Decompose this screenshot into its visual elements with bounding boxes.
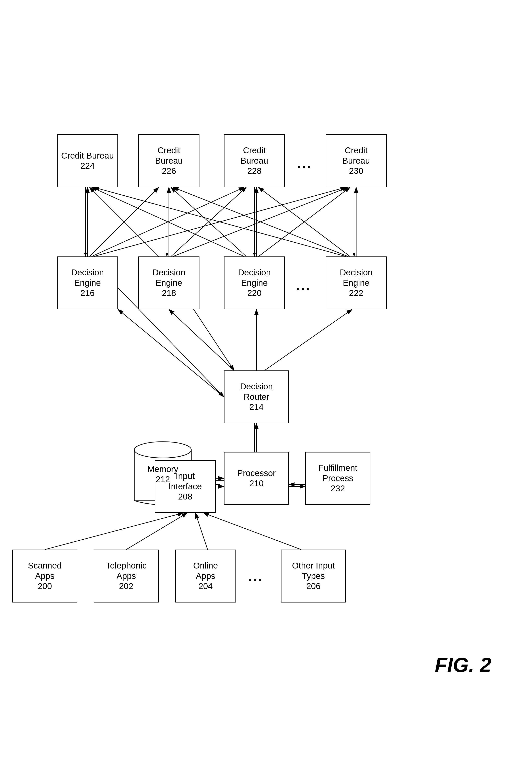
dots-inputs: ... — [248, 570, 263, 584]
decision-engine-216-label: DecisionEngine216 — [71, 267, 104, 298]
svg-line-16 — [169, 309, 234, 370]
svg-line-25 — [89, 187, 159, 257]
decision-engine-218-label: DecisionEngine218 — [152, 267, 185, 298]
online-apps-204-label: OnlineApps204 — [193, 561, 218, 591]
svg-line-4 — [126, 513, 187, 550]
svg-line-27 — [171, 187, 246, 257]
other-input-206-label: Other InputTypes206 — [292, 561, 335, 591]
diagram: Credit Bureau 224 CreditBureau226 Credit… — [0, 0, 532, 758]
decision-engine-218-box: DecisionEngine218 — [138, 257, 199, 309]
fulfillment-232-label: FulfillmentProcess232 — [318, 463, 357, 494]
decision-engine-222-label: DecisionEngine222 — [340, 267, 373, 298]
svg-line-30 — [171, 187, 246, 257]
svg-line-5 — [195, 513, 208, 550]
processor-210-box: Processor210 — [224, 452, 289, 505]
decision-engine-220-label: DecisionEngine220 — [238, 267, 271, 298]
svg-point-42 — [134, 442, 191, 458]
svg-line-28 — [173, 187, 348, 257]
decision-router-214-label: DecisionRouter214 — [240, 381, 273, 412]
credit-bureau-226-box: CreditBureau226 — [138, 134, 199, 187]
credit-bureau-226-label: CreditBureau226 — [155, 145, 183, 176]
online-apps-204-box: OnlineApps204 — [175, 550, 236, 603]
svg-line-32 — [258, 187, 350, 257]
credit-bureau-224-box: Credit Bureau 224 — [57, 134, 118, 187]
svg-line-29 — [92, 187, 244, 257]
decision-router-214-box: DecisionRouter214 — [224, 370, 289, 423]
credit-bureau-224-label: Credit Bureau 224 — [60, 151, 116, 171]
svg-line-35 — [258, 187, 350, 257]
svg-line-24 — [94, 187, 346, 257]
memory-212-label: Memory212 — [147, 464, 178, 484]
credit-bureau-228-box: CreditBureau228 — [224, 134, 285, 187]
telephonic-apps-202-label: TelephonicApps202 — [106, 561, 147, 591]
processor-210-label: Processor210 — [237, 468, 276, 489]
svg-line-23 — [92, 187, 244, 257]
svg-line-33 — [94, 187, 346, 257]
scanned-apps-200-box: ScannedApps200 — [12, 550, 77, 603]
svg-line-22 — [89, 187, 159, 257]
dots-credit-bureaus: ... — [297, 157, 312, 171]
fig-2-label: FIG. 2 — [435, 653, 491, 676]
svg-line-6 — [204, 513, 301, 550]
decision-engine-220-box: DecisionEngine220 — [224, 257, 285, 309]
other-input-206-box: Other InputTypes206 — [281, 550, 346, 603]
credit-bureau-230-box: CreditBureau230 — [326, 134, 387, 187]
decision-engine-216-box: DecisionEngine216 — [57, 257, 118, 309]
svg-line-3 — [45, 513, 183, 550]
credit-bureau-228-label: CreditBureau228 — [241, 145, 268, 176]
dots-decision-engines: ... — [296, 279, 311, 293]
telephonic-apps-202-box: TelephonicApps202 — [94, 550, 159, 603]
scanned-apps-200-label: ScannedApps200 — [28, 561, 62, 591]
fulfillment-232-box: FulfillmentProcess232 — [305, 452, 370, 505]
svg-line-18 — [265, 309, 352, 370]
decision-engine-222-box: DecisionEngine222 — [326, 257, 387, 309]
svg-line-34 — [173, 187, 348, 257]
svg-line-15 — [118, 309, 224, 397]
credit-bureau-230-label: CreditBureau230 — [342, 145, 370, 176]
